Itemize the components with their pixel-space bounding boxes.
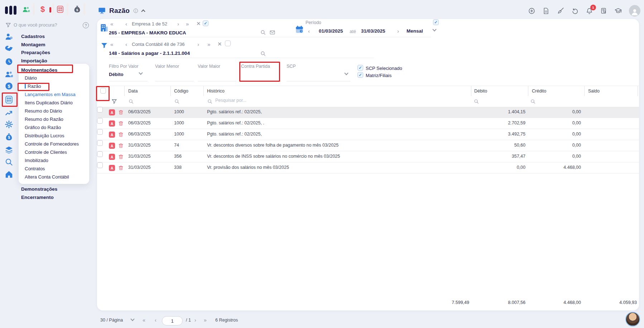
submenu-item[interactable]: Lançamentos em Massa	[19, 90, 89, 99]
gear-icon[interactable]	[4, 120, 14, 129]
users-icon[interactable]	[4, 70, 14, 79]
account-checkbox[interactable]	[225, 41, 231, 46]
row-checkbox[interactable]	[97, 140, 103, 146]
period-start-date[interactable]: 01/03/2025	[319, 28, 343, 34]
chevron-down-icon[interactable]	[130, 317, 134, 321]
home-icon[interactable]	[4, 170, 14, 179]
trend-up-icon[interactable]	[4, 108, 14, 118]
account-last-button[interactable]: »	[207, 42, 210, 47]
period-mode-select[interactable]: Mensal	[407, 28, 423, 34]
row-checkbox[interactable]	[97, 162, 103, 168]
a-badge[interactable]: A	[109, 132, 115, 138]
per-page-select[interactable]: 30 / Página	[100, 318, 123, 323]
table-row[interactable]: A 31/03/2025 356 Vr. descontos de INSS s…	[97, 151, 639, 162]
money-bag-icon[interactable]	[73, 5, 82, 14]
row-checkbox[interactable]	[97, 129, 103, 135]
first-page-button[interactable]: «	[143, 317, 145, 323]
clock-icon[interactable]	[4, 57, 14, 66]
chevron-down-icon[interactable]	[432, 27, 436, 31]
sidebar-section-movimentacoes[interactable]: Movimentações	[19, 66, 89, 74]
trash-icon[interactable]	[118, 165, 124, 171]
search-icon[interactable]	[174, 99, 180, 104]
row-checkbox[interactable]	[97, 107, 103, 113]
search-icon[interactable]	[4, 157, 14, 167]
graduation-cap-icon[interactable]	[614, 7, 622, 15]
help-icon[interactable]: ?	[83, 22, 89, 28]
chevron-down-icon[interactable]	[344, 71, 348, 75]
dollar-icon[interactable]: $	[40, 5, 45, 13]
filter-icon[interactable]	[111, 98, 117, 105]
filtro-por-valor-underline[interactable]	[109, 81, 148, 81]
search-icon[interactable]	[128, 99, 134, 104]
row-checkbox[interactable]	[97, 118, 103, 124]
company-first-button[interactable]: «	[110, 21, 113, 27]
app-logo[interactable]	[5, 6, 16, 15]
submenu-item[interactable]: Razão	[19, 82, 89, 90]
trash-icon[interactable]	[118, 143, 124, 149]
plus-circle-icon[interactable]	[528, 7, 535, 15]
account-clear-button[interactable]: ✕	[217, 41, 222, 47]
last-page-button[interactable]: »	[204, 317, 207, 323]
next-page-button[interactable]: ›	[194, 317, 196, 323]
sidebar-section[interactable]: Demonstrações	[21, 185, 57, 193]
submenu-item[interactable]: Itens Duplicados Diário	[19, 99, 89, 107]
company-clear-button[interactable]: ✕	[196, 21, 201, 26]
a-badge[interactable]: A	[109, 109, 115, 115]
search-icon[interactable]	[207, 99, 213, 104]
company-prev-button[interactable]: ‹	[125, 21, 127, 27]
a-badge[interactable]: A	[109, 154, 115, 160]
user-avatar[interactable]	[629, 5, 640, 16]
scp-selecionado-checkbox[interactable]	[357, 65, 363, 71]
calculator-icon[interactable]	[56, 5, 64, 14]
envelope-icon[interactable]	[269, 29, 275, 35]
search-icon[interactable]	[260, 29, 266, 35]
search-icon[interactable]	[260, 51, 266, 57]
column-header-credito[interactable]: Crédito	[532, 89, 546, 94]
submenu-item[interactable]: Contratos	[19, 165, 89, 173]
dollar-circle-icon[interactable]	[4, 81, 14, 91]
trash-icon[interactable]	[118, 132, 124, 138]
valor-maior-input[interactable]	[198, 81, 236, 81]
table-row[interactable]: A 06/03/2025 1000 Pgto. salários ref.: 0…	[97, 129, 639, 140]
undo-icon[interactable]	[571, 7, 579, 15]
table-row[interactable]: A 31/03/2025 74 Vr. descontos diversos s…	[97, 140, 639, 151]
scp-select[interactable]	[287, 81, 350, 81]
a-badge[interactable]: A	[109, 165, 115, 171]
table-row[interactable]: A 06/03/2025 1000 Pgto. salários ref.: 0…	[97, 107, 639, 118]
filtro-por-valor-select[interactable]: Débito	[109, 72, 123, 77]
submenu-item[interactable]: Distribuição Lucros	[19, 132, 89, 140]
broom-icon[interactable]	[557, 7, 564, 15]
submenu-item[interactable]: Altera Conta Contábil	[19, 173, 89, 181]
row-checkbox[interactable]	[97, 151, 103, 157]
company-checkbox[interactable]	[203, 20, 208, 26]
select-all-checkbox[interactable]	[100, 88, 106, 94]
company-last-button[interactable]: »	[186, 21, 189, 27]
account-first-button[interactable]: «	[110, 42, 113, 47]
layers-icon[interactable]	[4, 145, 14, 155]
column-header-codigo[interactable]: Código	[174, 89, 188, 94]
period-prev-button[interactable]: ‹	[308, 28, 310, 34]
submenu-item[interactable]: Resumo do Diário	[19, 107, 89, 115]
search-icon[interactable]	[530, 99, 536, 104]
submenu-item[interactable]: Gráfico do Razão	[19, 123, 89, 132]
sidebar-search-input[interactable]	[14, 22, 71, 28]
account-next-button[interactable]: ›	[197, 42, 199, 47]
submenu-item[interactable]: Controle de Clientes	[19, 148, 89, 156]
users-icon[interactable]	[22, 5, 30, 14]
column-header-historico[interactable]: Histórico	[207, 89, 225, 94]
money-bag-icon[interactable]	[4, 132, 14, 142]
search-icon[interactable]	[474, 99, 479, 104]
page-number-input[interactable]	[162, 316, 183, 325]
calculator-icon[interactable]	[4, 95, 14, 104]
table-row[interactable]: A 06/03/2025 1000 Pgto. salários ref.: 0…	[97, 118, 639, 129]
a-badge[interactable]: A	[109, 120, 115, 127]
submenu-item[interactable]: Resumo do Razão	[19, 115, 89, 123]
contra-partida-input[interactable]	[241, 81, 281, 81]
company-next-button[interactable]: ›	[177, 21, 179, 27]
matriz-filiais-checkbox[interactable]	[357, 72, 363, 78]
prev-page-button[interactable]: ‹	[155, 317, 157, 323]
sidebar-section[interactable]: Encerramento	[21, 193, 57, 201]
column-header-saldo[interactable]: Saldo	[588, 89, 600, 94]
valor-menor-input[interactable]	[155, 81, 194, 81]
sidebar-section[interactable]: Preparações	[21, 48, 50, 57]
